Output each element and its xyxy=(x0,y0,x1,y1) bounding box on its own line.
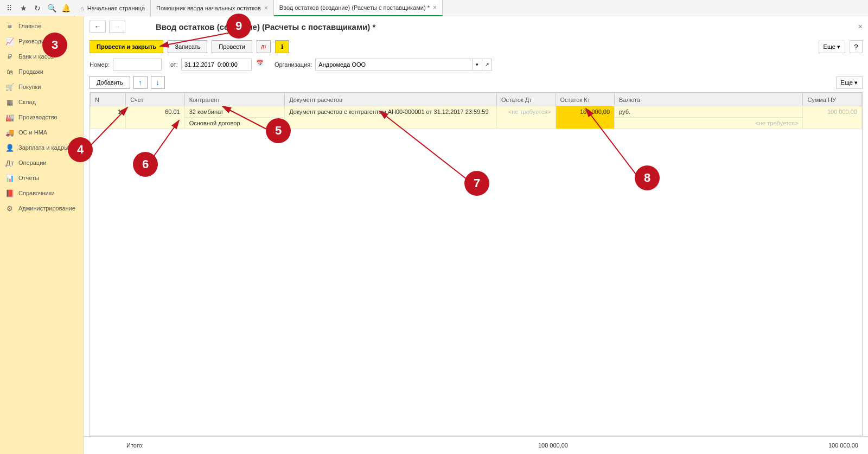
total-label: Итого: xyxy=(122,440,176,451)
table-toolbar: Добавить ↑ ↓ Еще ▾ xyxy=(84,73,868,92)
tab-home[interactable]: ⌂ Начальная страница xyxy=(75,0,151,16)
header-kt[interactable]: Остаток Кт xyxy=(556,93,615,106)
star-icon[interactable]: ★ xyxy=(17,2,30,15)
sidebar-item-label: Администрирование xyxy=(18,205,75,212)
header-dt[interactable]: Остаток Дт xyxy=(496,93,556,106)
tab-bar: ⌂ Начальная страница Помощник ввода нача… xyxy=(75,0,868,16)
sidebar-item-bank[interactable]: ₽Банк и касса xyxy=(0,49,84,64)
add-button[interactable]: Добавить xyxy=(90,76,130,89)
sidebar-item-production[interactable]: 🏭Производство xyxy=(0,110,84,125)
header-counterparty[interactable]: Контрагент xyxy=(184,93,285,106)
dt-icon: Дт xyxy=(5,158,14,167)
top-icon-group: ⠿ ★ ↻ 🔍 🔔 xyxy=(0,2,75,15)
cell-doc[interactable]: Документ расчетов с контрагентом АН00-00… xyxy=(285,106,497,129)
sidebar-item-label: Справочники xyxy=(18,190,55,196)
apps-icon[interactable]: ⠿ xyxy=(3,2,16,15)
sidebar-item-admin[interactable]: ⚙Администрирование xyxy=(0,201,84,216)
sidebar-item-label: Отчеты xyxy=(18,175,39,181)
sidebar-item-salary[interactable]: 👤Зарплата и кадры xyxy=(0,140,84,155)
total-nu: 100 000,00 xyxy=(746,440,863,451)
header-n[interactable]: N xyxy=(91,93,126,106)
command-bar: Провести и закрыть Записать Провести Дт … xyxy=(84,37,868,56)
table-more-button[interactable]: Еще ▾ xyxy=(836,76,863,89)
close-icon[interactable]: × xyxy=(433,4,437,11)
sidebar-item-manager[interactable]: 📈Руководителю xyxy=(0,34,84,49)
sidebar-item-reports[interactable]: 📊Отчеты xyxy=(0,170,84,186)
org-dropdown-button[interactable]: ▾ xyxy=(473,59,482,71)
number-label: Номер: xyxy=(90,61,110,68)
search-icon[interactable]: 🔍 xyxy=(45,2,58,15)
sidebar-item-label: Главное xyxy=(18,23,41,29)
back-button[interactable]: ← xyxy=(90,21,106,33)
dt-kt-button[interactable]: Дт xyxy=(257,40,271,53)
gear-icon: ⚙ xyxy=(5,204,14,213)
sidebar-item-main[interactable]: ≡Главное xyxy=(0,18,84,34)
sidebar-item-warehouse[interactable]: ▦Склад xyxy=(0,94,84,110)
tab-current[interactable]: Ввод остатков (создание) (Расчеты с пост… xyxy=(274,0,443,16)
post-button[interactable]: Провести xyxy=(212,40,252,53)
truck-icon: 🚚 xyxy=(5,128,14,137)
table-row[interactable]: 1 60.01 32 комбинат Документ расчетов с … xyxy=(91,106,862,118)
close-page-button[interactable]: × xyxy=(858,22,863,31)
header-currency[interactable]: Валюта xyxy=(615,93,803,106)
header-account[interactable]: Счет xyxy=(126,93,185,106)
content-area: ← → Ввод остатков (создание) (Расчеты с … xyxy=(84,16,868,454)
cell-kt[interactable]: 100 000,00 xyxy=(556,106,615,129)
move-down-button[interactable]: ↓ xyxy=(151,76,165,89)
header-doc[interactable]: Документ расчетов xyxy=(285,93,497,106)
person-icon: 👤 xyxy=(5,143,14,152)
number-input[interactable] xyxy=(113,59,162,71)
cell-contract[interactable]: Основной договор xyxy=(184,118,285,129)
tab-label: Помощник ввода начальных остатков xyxy=(156,5,261,11)
cell-counterparty[interactable]: 32 комбинат xyxy=(184,106,285,118)
menu-icon: ≡ xyxy=(5,22,14,30)
forward-button[interactable]: → xyxy=(109,21,125,33)
sidebar-item-label: ОС и НМА xyxy=(18,129,47,136)
cell-cur-ph[interactable]: <не требуется> xyxy=(615,118,803,129)
date-input[interactable] xyxy=(181,59,252,71)
more-button[interactable]: Еще ▾ xyxy=(819,41,845,53)
help-button[interactable]: ? xyxy=(850,40,863,53)
cell-nu[interactable]: 100 000,00 xyxy=(803,106,862,129)
page-title: Ввод остатков (создание) (Расчеты с пост… xyxy=(156,22,375,31)
tab-label: Ввод остатков (создание) (Расчеты с пост… xyxy=(279,4,430,11)
sidebar-item-label: Продажи xyxy=(18,68,43,75)
chevron-down-icon: ▾ xyxy=(854,79,858,86)
header-nu[interactable]: Сумма НУ xyxy=(803,93,862,106)
ruble-icon: ₽ xyxy=(5,52,14,61)
history-icon[interactable]: ↻ xyxy=(31,2,44,15)
header-row: ← → Ввод остатков (создание) (Расчеты с … xyxy=(84,16,868,37)
sidebar-item-purchases[interactable]: 🛒Покупки xyxy=(0,79,84,94)
bars-icon: 📊 xyxy=(5,174,14,182)
sidebar: ≡Главное 📈Руководителю ₽Банк и касса 🛍Пр… xyxy=(0,16,84,454)
move-up-button[interactable]: ↑ xyxy=(133,76,148,89)
save-button[interactable]: Записать xyxy=(168,40,207,53)
sidebar-item-label: Склад xyxy=(18,99,36,105)
post-and-close-button[interactable]: Провести и закрыть xyxy=(90,40,163,53)
bell-icon[interactable]: 🔔 xyxy=(59,2,72,15)
data-grid[interactable]: N Счет Контрагент Документ расчетов Оста… xyxy=(90,93,862,129)
sidebar-item-assets[interactable]: 🚚ОС и НМА xyxy=(0,125,84,140)
cell-dt[interactable]: <не требуется> xyxy=(496,106,556,129)
close-icon[interactable]: × xyxy=(264,4,268,12)
cell-currency[interactable]: руб. xyxy=(615,106,803,118)
sidebar-item-references[interactable]: 📕Справочники xyxy=(0,186,84,201)
info-button[interactable]: ℹ xyxy=(275,40,289,53)
sidebar-item-label: Руководителю xyxy=(18,38,58,44)
grid-icon: ▦ xyxy=(5,98,14,106)
sidebar-item-operations[interactable]: ДтОперации xyxy=(0,155,84,170)
sidebar-item-label: Банк и касса xyxy=(18,53,54,60)
cart-icon: 🛒 xyxy=(5,82,14,91)
org-open-button[interactable]: ↗ xyxy=(482,59,492,71)
footer-row: Итого: 100 000,00 100 000,00 xyxy=(84,436,868,454)
tab-helper[interactable]: Помощник ввода начальных остатков × xyxy=(151,0,274,16)
calendar-icon[interactable]: 📅 xyxy=(256,60,266,69)
cell-n[interactable]: 1 xyxy=(91,106,126,129)
home-icon: ⌂ xyxy=(80,5,84,11)
book-icon: 📕 xyxy=(5,189,14,197)
cell-account[interactable]: 60.01 xyxy=(126,106,185,129)
total-kt: 100 000,00 xyxy=(518,440,572,451)
org-input[interactable] xyxy=(315,59,473,71)
chart-icon: 📈 xyxy=(5,37,14,46)
sidebar-item-sales[interactable]: 🛍Продажи xyxy=(0,64,84,79)
